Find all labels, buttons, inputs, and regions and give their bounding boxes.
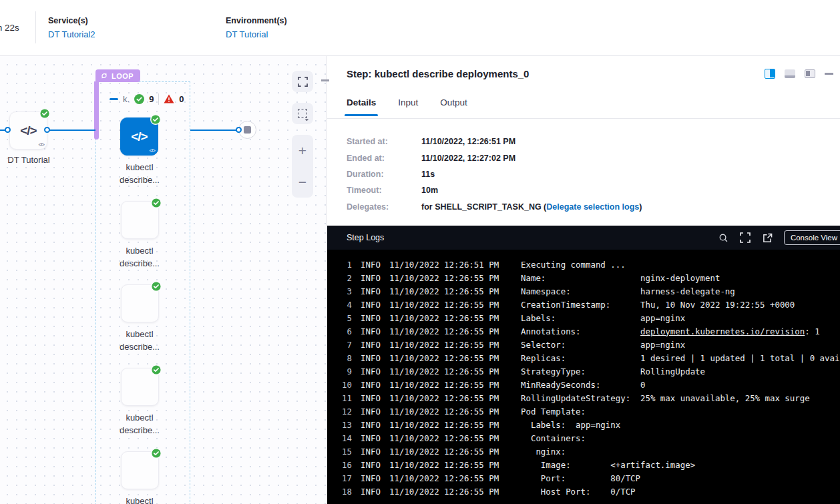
search-icon <box>718 233 728 243</box>
field-row: Started at: 11/10/2022, 12:26:51 PM <box>347 134 642 150</box>
canvas-fullscreen-button[interactable] <box>292 71 313 92</box>
mini-code-icon: </> <box>149 148 155 154</box>
failed-count-icon <box>164 94 174 103</box>
side-view-icon[interactable] <box>805 69 815 78</box>
field-row: Ended at: 11/10/2022, 12:27:02 PM <box>347 150 642 166</box>
log-line: 15INFO11/10/2022 12:26:55 PM nginx: <box>336 445 840 458</box>
marquee-select-icon <box>298 109 307 118</box>
log-line: 7INFO11/10/2022 12:26:55 PMSelector: app… <box>336 338 840 351</box>
log-line: 4INFO11/10/2022 12:26:55 PMCreationTimes… <box>336 298 840 311</box>
success-badge-icon <box>150 114 161 125</box>
log-line: 5INFO11/10/2022 12:26:55 PMLabels: app=n… <box>336 311 840 324</box>
node-dt-tutorial-label: DT Tutorial <box>0 155 60 165</box>
loop-badge-label: LOOP <box>112 72 134 80</box>
log-line: 6INFO11/10/2022 12:26:55 PMAnnotations: … <box>336 324 840 338</box>
console-view-button[interactable]: Console View <box>784 230 840 245</box>
port-start-left <box>5 127 11 133</box>
panel-layout-controls <box>765 69 833 79</box>
log-line: 2INFO11/10/2022 12:26:55 PMName: nginx-d… <box>336 271 840 284</box>
step-logs-header: Step Logs <box>327 226 840 250</box>
environment-label: Environment(s) <box>226 16 287 25</box>
field-row: Duration: 11s <box>347 166 642 182</box>
edge-loop-to-end <box>190 130 237 131</box>
step-logs-section: Step Logs <box>327 226 840 504</box>
panel-resize-handle[interactable] <box>321 79 329 81</box>
log-search-button[interactable] <box>718 232 729 244</box>
log-line: 16INFO11/10/2022 12:26:55 PM Image: <+ar… <box>336 458 840 471</box>
node-kubectl-describe[interactable] <box>121 201 159 239</box>
code-icon: </> <box>20 123 36 138</box>
loop-icon <box>100 72 108 79</box>
bottom-view-icon[interactable] <box>785 69 795 78</box>
canvas-marquee-select-button[interactable] <box>292 103 313 124</box>
zoom-out-button[interactable]: − <box>292 176 313 189</box>
pipeline-canvas[interactable]: LOOP k. 9 0 </> </> DT Tutorial < <box>0 56 327 504</box>
split-view-icon[interactable] <box>765 69 775 79</box>
group-header: k. 9 0 <box>110 93 184 105</box>
node-kubectl-describe-label: kubectldescribe... <box>110 411 170 437</box>
success-badge-icon <box>151 198 162 208</box>
port-start-right <box>44 127 50 133</box>
step-logs-title: Step Logs <box>347 233 384 242</box>
node-kubectl-describe-selected[interactable]: </> </> <box>120 117 158 156</box>
node-dt-tutorial[interactable]: </> </> <box>9 111 47 150</box>
service-link[interactable]: DT Tutorial2 <box>48 29 95 39</box>
code-icon: </> <box>131 130 147 144</box>
service-label: Service(s) <box>48 16 95 25</box>
log-fullscreen-button[interactable] <box>740 232 751 244</box>
group-name: k. <box>123 94 130 104</box>
log-line: 8INFO11/10/2022 12:26:55 PMReplicas: 1 d… <box>336 351 840 364</box>
success-badge-icon <box>151 281 162 292</box>
count-divider <box>158 93 159 105</box>
tab-output[interactable]: Output <box>440 97 467 116</box>
tabs-border <box>327 118 840 119</box>
service-summary: Service(s) DT Tutorial2 <box>48 16 95 39</box>
tab-input[interactable]: Input <box>398 97 418 116</box>
log-line: 14INFO11/10/2022 12:26:55 PM Containers: <box>336 431 840 445</box>
node-kubectl-describe[interactable] <box>121 451 159 489</box>
success-count: 9 <box>149 94 154 104</box>
log-line: 1INFO11/10/2022 12:26:51 PMExecuting com… <box>336 258 840 271</box>
mini-code-icon: </> <box>38 142 44 148</box>
node-kubectl-describe[interactable] <box>121 368 159 406</box>
collapse-group-button[interactable] <box>110 98 118 100</box>
loop-badge[interactable]: LOOP <box>95 69 140 82</box>
log-line: 3INFO11/10/2022 12:26:55 PMNamespace: ha… <box>336 284 840 298</box>
node-kubectl-describe-label: kubectl describe... <box>110 161 170 186</box>
external-link-icon <box>763 233 773 243</box>
logs-actions: Console View <box>718 230 840 245</box>
delegate-selection-logs-link[interactable]: Delegate selection logs <box>546 202 639 212</box>
execution-duration: m 22s <box>0 23 19 33</box>
edge-start-to-loop <box>47 130 95 131</box>
log-line: 10INFO11/10/2022 12:26:55 PMMinReadySeco… <box>336 378 840 391</box>
step-details-panel: Step: kubectl describe deployments_0 Det… <box>327 56 840 504</box>
log-line: 9INFO11/10/2022 12:26:55 PMStrategyType:… <box>336 364 840 378</box>
log-line: 18INFO11/10/2022 12:26:55 PM Host Port: … <box>336 485 840 498</box>
log-open-in-new-button[interactable] <box>762 232 773 244</box>
log-line: 12INFO11/10/2022 12:26:55 PMPod Template… <box>336 405 840 418</box>
log-line: 13INFO11/10/2022 12:26:55 PM Labels: app… <box>336 418 840 431</box>
node-kubectl-describe-label: kubectldescribe... <box>110 328 170 353</box>
node-kubectl-describe[interactable] <box>121 284 159 322</box>
success-count-icon <box>134 94 144 104</box>
step-title: Step: kubectl describe deployments_0 <box>347 68 529 79</box>
log-output[interactable]: 1INFO11/10/2022 12:26:51 PMExecuting com… <box>327 250 840 504</box>
minimize-icon[interactable] <box>825 73 833 75</box>
fullscreen-icon <box>740 232 751 243</box>
success-badge-icon <box>39 108 50 119</box>
field-row-delegates: Delegates: for SHELL_SCRIPT_TASK_NG (Del… <box>347 199 642 215</box>
tab-details[interactable]: Details <box>347 97 376 116</box>
success-badge-icon <box>151 364 162 375</box>
delegates-value: for SHELL_SCRIPT_TASK_NG (Delegate selec… <box>421 202 642 212</box>
node-kubectl-describe-label: kubectldescribe... <box>110 244 170 270</box>
execution-header: m 22s Service(s) DT Tutorial2 Environmen… <box>0 0 840 56</box>
step-detail-fields: Started at: 11/10/2022, 12:26:51 PM Ende… <box>347 134 642 215</box>
zoom-in-button[interactable]: + <box>292 144 313 158</box>
environment-summary: Environment(s) DT Tutorial <box>226 16 287 39</box>
canvas-zoom-control: + − <box>292 135 313 198</box>
environment-link[interactable]: DT Tutorial <box>226 29 287 39</box>
detail-tabs: Details Input Output <box>347 97 467 116</box>
success-badge-icon <box>151 448 162 459</box>
log-line: 17INFO11/10/2022 12:26:55 PM Port: 80/TC… <box>336 471 840 485</box>
log-annotation-link[interactable]: deployment.kubernetes.io/revision <box>640 326 805 336</box>
